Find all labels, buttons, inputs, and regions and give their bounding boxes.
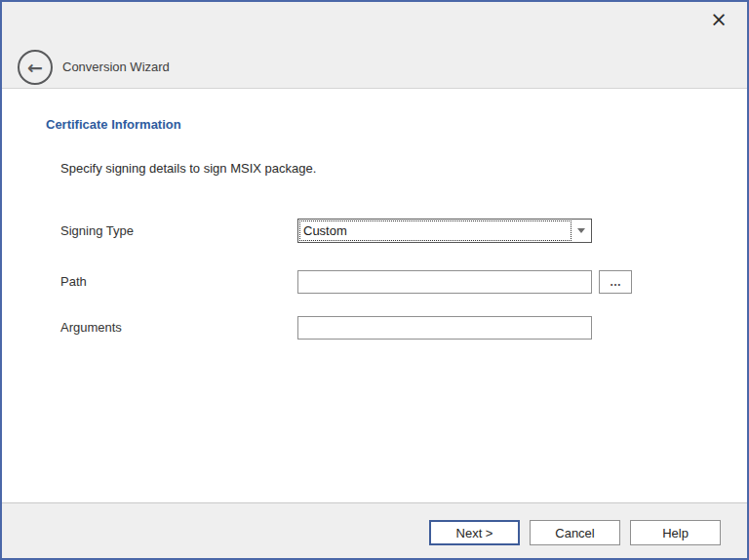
signing-type-value: Custom bbox=[303, 220, 347, 242]
signing-type-combobox[interactable]: Custom bbox=[297, 219, 592, 243]
close-button[interactable]: × bbox=[702, 4, 735, 35]
back-button[interactable]: ← bbox=[18, 50, 53, 85]
ellipsis-icon: … bbox=[610, 275, 621, 289]
back-arrow-icon: ← bbox=[27, 57, 43, 78]
page-title: Certificate Information bbox=[46, 117, 181, 132]
next-button[interactable]: Next > bbox=[429, 520, 520, 545]
help-button[interactable]: Help bbox=[630, 520, 721, 545]
conversion-wizard-dialog: × ← Conversion Wizard Certificate Inform… bbox=[0, 0, 749, 560]
footer-button-bar: Next > Cancel Help bbox=[2, 502, 747, 558]
cancel-button[interactable]: Cancel bbox=[530, 520, 620, 545]
path-label: Path bbox=[60, 270, 87, 294]
path-input[interactable] bbox=[297, 270, 592, 294]
page-description: Specify signing details to sign MSIX pac… bbox=[60, 161, 316, 176]
signing-type-label: Signing Type bbox=[60, 219, 134, 243]
wizard-title: Conversion Wizard bbox=[62, 50, 170, 85]
chevron-down-icon bbox=[577, 228, 585, 233]
arguments-label: Arguments bbox=[60, 316, 122, 340]
close-icon: × bbox=[710, 8, 728, 31]
browse-button[interactable]: … bbox=[599, 270, 632, 294]
wizard-header: × ← Conversion Wizard bbox=[2, 2, 747, 89]
arguments-input[interactable] bbox=[297, 316, 592, 340]
